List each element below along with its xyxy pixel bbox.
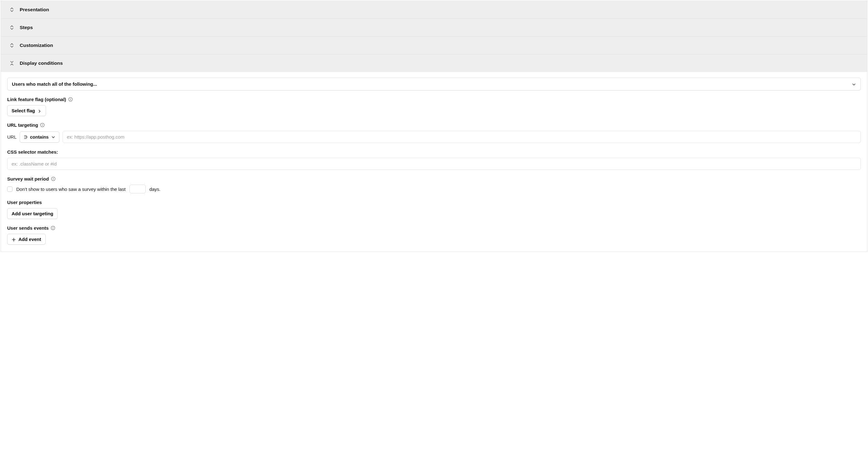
url-input[interactable] (63, 131, 861, 143)
svg-point-4 (42, 124, 43, 124)
chevron-collapse-icon (10, 61, 14, 66)
svg-rect-11 (53, 228, 53, 229)
select-flag-button[interactable]: Select flag (7, 105, 46, 116)
url-targeting-label: URL targeting (7, 122, 38, 128)
css-selector-label: CSS selector matches: (7, 149, 58, 154)
wait-period-text-pre: Don't show to users who saw a survey wit… (16, 186, 126, 192)
wait-period-text-post: days. (150, 186, 161, 192)
url-field-label: URL (7, 134, 17, 140)
add-event-button[interactable]: Add event (7, 234, 45, 245)
css-selector-input[interactable] (7, 158, 861, 170)
add-event-label: Add event (19, 236, 41, 242)
accordion-presentation[interactable]: Presentation (1, 1, 867, 19)
info-icon[interactable] (68, 97, 73, 102)
accordion-customization[interactable]: Customization (1, 36, 867, 54)
info-icon[interactable] (51, 226, 56, 231)
wait-period-checkbox[interactable] (7, 186, 12, 192)
chevron-up-down-icon (10, 43, 14, 48)
svg-rect-2 (70, 99, 71, 100)
user-sends-events-label: User sends events (7, 225, 49, 231)
chevron-up-down-icon (10, 25, 14, 30)
info-icon[interactable] (51, 176, 56, 181)
contains-symbol-icon: ∋ (24, 135, 28, 140)
url-match-operator-label: contains (30, 135, 49, 140)
chevron-up-down-icon (10, 7, 14, 12)
svg-rect-8 (53, 179, 54, 180)
accordion-title: Steps (20, 25, 33, 30)
accordion-steps[interactable]: Steps (1, 19, 867, 36)
display-conditions-panel: Users who match all of the following... … (1, 72, 867, 252)
plus-icon (11, 236, 16, 242)
match-mode-dropdown[interactable]: Users who match all of the following... (7, 78, 861, 90)
add-user-targeting-label: Add user targeting (11, 211, 53, 216)
chevron-down-icon (852, 81, 856, 87)
svg-point-10 (53, 227, 54, 228)
match-mode-label: Users who match all of the following... (12, 81, 97, 87)
svg-rect-5 (42, 125, 42, 126)
chevron-right-icon (37, 108, 41, 113)
user-properties-label: User properties (7, 200, 42, 205)
add-user-targeting-button[interactable]: Add user targeting (7, 208, 58, 219)
svg-point-1 (70, 98, 71, 99)
accordion-display-conditions[interactable]: Display conditions (1, 54, 867, 72)
svg-point-7 (53, 178, 54, 178)
chevron-down-icon (51, 135, 55, 140)
wait-period-label: Survey wait period (7, 176, 49, 181)
wait-period-days-input[interactable] (129, 184, 146, 193)
accordion-title: Customization (20, 42, 53, 48)
accordion-title: Presentation (20, 7, 49, 12)
select-flag-label: Select flag (11, 108, 35, 113)
info-icon[interactable] (40, 123, 45, 128)
accordion-title: Display conditions (20, 60, 63, 66)
url-match-operator-dropdown[interactable]: ∋ contains (20, 132, 59, 143)
feature-flag-label: Link feature flag (optional) (7, 97, 66, 102)
